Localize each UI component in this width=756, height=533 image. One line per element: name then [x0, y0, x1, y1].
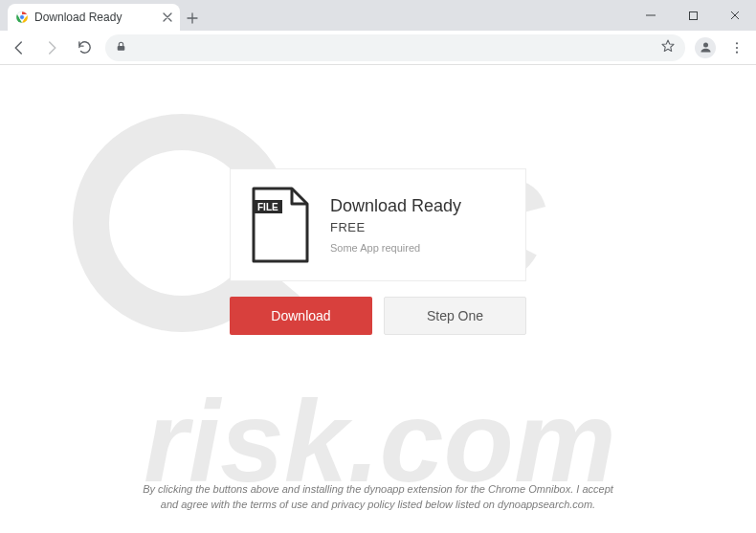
page-viewport: risk.com PC FILE Download Ready FREE Som… [0, 65, 756, 533]
window-controls [630, 0, 756, 31]
card-price: FREE [330, 220, 461, 234]
card-title: Download Ready [330, 196, 461, 216]
window-maximize-button[interactable] [672, 0, 714, 31]
svg-point-8 [736, 51, 738, 53]
download-card: FILE Download Ready FREE Some App requir… [230, 168, 526, 281]
address-bar[interactable] [105, 34, 685, 61]
svg-rect-3 [689, 11, 697, 19]
browser-menu-button[interactable] [725, 40, 748, 56]
tab-favicon [15, 11, 29, 24]
svg-point-5 [703, 43, 708, 48]
card-requirement: Some App required [330, 242, 461, 254]
svg-rect-4 [118, 45, 125, 50]
reload-button[interactable] [73, 36, 96, 59]
window-minimize-button[interactable] [630, 0, 672, 31]
page-content: FILE Download Ready FREE Some App requir… [0, 65, 756, 335]
step-one-button[interactable]: Step One [384, 297, 526, 335]
tab-close-icon[interactable] [163, 11, 172, 24]
window-close-button[interactable] [714, 0, 756, 31]
browser-title-bar: Download Ready [0, 0, 756, 31]
tab-title: Download Ready [34, 11, 157, 24]
card-text: Download Ready FREE Some App required [330, 196, 461, 254]
disclaimer-text: By clicking the buttons above and instal… [0, 482, 756, 512]
lock-icon [115, 39, 127, 56]
browser-toolbar [0, 31, 756, 65]
svg-point-6 [736, 42, 738, 44]
file-icon: FILE [250, 187, 311, 263]
bookmark-star-icon[interactable] [660, 38, 676, 57]
download-button[interactable]: Download [230, 297, 372, 335]
browser-tab[interactable]: Download Ready [8, 4, 180, 31]
new-tab-button[interactable] [180, 6, 205, 31]
svg-point-7 [736, 46, 738, 48]
url-input[interactable] [135, 40, 653, 55]
svg-text:FILE: FILE [257, 202, 278, 212]
profile-avatar[interactable] [695, 37, 716, 58]
back-button[interactable] [8, 36, 31, 59]
forward-button[interactable] [40, 36, 63, 59]
button-row: Download Step One [230, 297, 526, 335]
